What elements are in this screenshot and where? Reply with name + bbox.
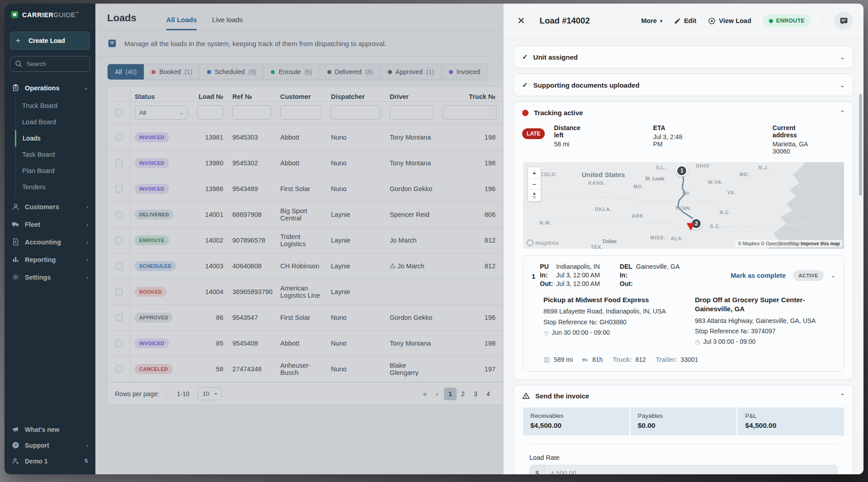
filter-chip-scheduled[interactable]: Scheduled(9) [200,64,264,80]
customer: Abbott [276,156,326,170]
filter-chip-invoiced[interactable]: Invoiced [442,64,487,80]
row-checkbox[interactable] [115,314,123,321]
scrollbar-thumb[interactable] [859,94,862,196]
row-checkbox[interactable] [115,237,123,244]
delivery-schedule: DELGainesville, GA In: Out: [620,263,679,287]
table-row-load-85[interactable]: INVOICED859545408AbbottNunoTony Montana1… [108,331,503,356]
table-row-load-14004[interactable]: BOOKED1400438965893790American Logistics… [108,279,503,305]
sidebar-item-settings[interactable]: Settings › [5,268,95,286]
page-button-1[interactable]: 1 [444,388,457,400]
map-label: MD. [740,172,750,177]
sidebar-item-accounting[interactable]: $ Accounting › [5,233,95,251]
zoom-in-button[interactable]: + [528,167,541,178]
page-button-4[interactable]: 4 [482,388,495,400]
zoom-out-button[interactable]: − [528,178,541,190]
panel-title: Load #14002 [540,16,590,26]
truck-filter-input[interactable] [443,105,496,120]
table-row-load-14002[interactable]: ENROUTE14002907896578Trident LogisticsLa… [108,228,503,253]
view-load-button[interactable]: View Load [708,17,751,25]
sidebar-item-support[interactable]: ? Support › [5,437,95,453]
map-stop-marker-1[interactable]: 1 [676,165,688,177]
create-load-button[interactable]: + Create Load [10,32,90,50]
sidebar-item-account[interactable]: Demo 1 ⇅ [5,453,95,469]
search-input[interactable] [27,61,85,67]
chevron-down-icon[interactable]: ⌄ [831,272,835,279]
customer-filter-input[interactable] [280,105,322,120]
row-checkbox[interactable] [115,365,123,373]
tracking-toggle[interactable]: Tracking active ⌃ [514,102,853,123]
row-checkbox[interactable] [115,288,123,295]
sidebar-item-task-board[interactable]: Task Board [16,146,95,163]
dispatcher-filter-input[interactable] [331,105,381,120]
sidebar-item-load-board[interactable]: Load Board [16,114,95,130]
map-label: Dallas [603,239,617,244]
status-filter-select[interactable]: All⌄ [135,106,188,120]
col-dispatcher: Dispatcher [326,87,385,101]
filter-chip-approved[interactable]: Approved(1) [381,64,442,80]
chevron-down-icon: ⌄ [84,85,88,91]
select-all-checkbox[interactable] [115,109,123,116]
invoice-toggle[interactable]: Send the invoice ⌃ [514,385,853,407]
mark-as-complete-button[interactable]: Mark as complete [731,272,786,279]
tab-live-loads[interactable]: Live loads [212,16,243,30]
first-page-button[interactable]: « [420,388,430,399]
customer: American Logistics Line [276,281,326,303]
sidebar-item-whats-new[interactable]: What's new [5,421,95,437]
edit-button[interactable]: Edit [674,17,696,24]
sidebar-item-customers[interactable]: Customers › [5,198,95,215]
map-label: KANS. [588,180,605,186]
row-checkbox[interactable] [115,185,123,192]
currency-prefix: $ [530,465,545,474]
table-row-load-86[interactable]: APPROVED869543547First SolarNunoGordon G… [108,305,503,331]
checklist-unit-toggle[interactable]: ✓ Unit assigned ⌄ [514,46,853,68]
table-row-load-14001[interactable]: DELIVERED1400168697908Big Sport CentralL… [108,202,503,228]
map-label: United States [582,170,625,178]
table-row-load-13981[interactable]: INVOICED139819545303AbbottNunoTony Monta… [108,125,503,150]
truck-number: 198 [439,336,503,351]
sidebar-item-loads[interactable]: Loads [15,130,95,146]
ref-filter-input[interactable] [232,105,271,120]
sidebar-item-reporting[interactable]: Reporting › [5,251,95,268]
filter-chip-booked[interactable]: Booked(1) [144,64,200,80]
sidebar-item-plan-board[interactable]: Plan Board [16,163,95,179]
row-checkbox[interactable] [115,134,123,141]
map-label: ILL. [656,165,666,170]
page-button-2[interactable]: 2 [457,388,469,400]
table-row-load-13986[interactable]: INVOICED139869543489First SolarNunoGordo… [108,176,503,202]
map-label: St. Louis [645,176,665,181]
chat-button[interactable] [835,12,853,30]
table-row-load-13980[interactable]: INVOICED139809545302AbbottNunoTony Monta… [108,150,503,176]
checklist-docs-toggle[interactable]: ✓ Supporting documents uploaded ⌄ [514,74,853,96]
prev-page-button[interactable]: ‹ [433,388,441,399]
tracking-map[interactable]: COLO.United StatesKANS.MO.ILL.St. LouisO… [523,162,844,249]
map-label: N.M. [540,220,552,225]
table-row-load-14003[interactable]: SCHEDULED1400340640608CH RobinsonLaynieJ… [108,253,503,279]
chevron-up-icon: ⌃ [840,393,845,399]
more-button[interactable]: More▾ [641,17,662,24]
sidebar-item-truck-board[interactable]: Truck Board [16,98,95,114]
row-checkbox[interactable] [115,159,123,167]
close-icon[interactable]: ✕ [514,14,528,27]
filter-chip-all[interactable]: All(40) [108,64,144,80]
driver-filter-input[interactable] [390,105,434,120]
payables-stat: Payables$0.00 [631,407,737,435]
filter-chip-enroute[interactable]: Enroute(6) [264,64,320,80]
status-pill: INVOICED [135,132,169,142]
map-attribution[interactable]: © Mapbox © OpenStreetMap Improve this ma… [736,240,842,247]
load-filter-input[interactable] [197,105,223,120]
tab-all-loads[interactable]: All Loads [166,16,197,30]
row-checkbox[interactable] [115,211,123,218]
row-checkbox[interactable] [115,340,123,347]
status-dot-icon [271,70,275,74]
rows-per-page-select[interactable]: 10▾ [198,387,222,400]
load-rate-input[interactable] [545,465,837,474]
compass-button[interactable]: ▲▽ [528,190,541,201]
sidebar-item-fleet[interactable]: Fleet › [5,215,95,233]
row-checkbox[interactable] [115,262,123,270]
sidebar-search[interactable] [10,56,90,72]
table-row-load-58[interactable]: CANCELED5827474348Anheuser-BuschNunoBlak… [108,356,503,382]
filter-chip-delivered[interactable]: Delivered(8) [320,64,381,80]
sidebar-item-tenders[interactable]: Tenders [16,179,95,195]
sidebar-item-operations[interactable]: Operations ⌄ [5,79,95,97]
page-button-3[interactable]: 3 [469,388,482,400]
